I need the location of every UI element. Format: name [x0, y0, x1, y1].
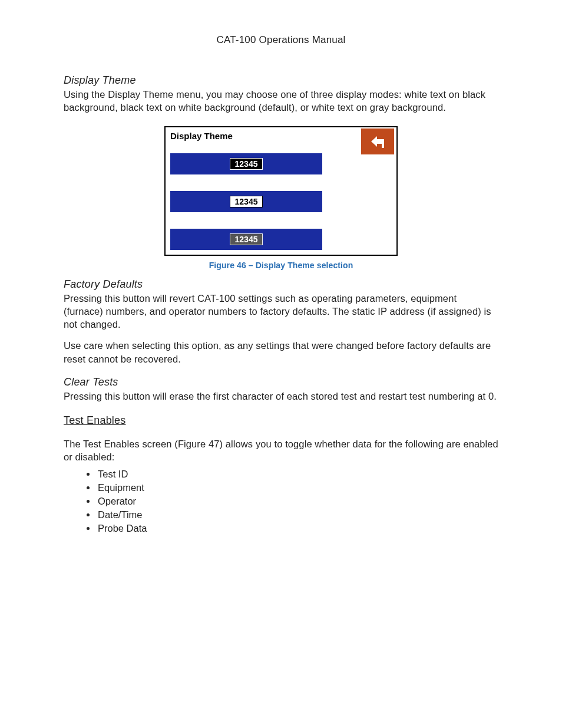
heading-test-enables: Test Enables — [64, 414, 498, 427]
device-screen-title: Display Theme — [170, 131, 233, 141]
theme-sample-dark: 12345 — [230, 158, 263, 170]
list-item: Equipment — [97, 481, 498, 495]
manual-page: CAT-100 Operations Manual Display Theme … — [0, 0, 562, 728]
theme-option-dark[interactable]: 12345 — [170, 153, 322, 174]
theme-option-light[interactable]: 12345 — [170, 191, 322, 212]
heading-factory-defaults: Factory Defaults — [64, 278, 498, 291]
back-button[interactable] — [361, 129, 394, 154]
figure-46-caption: Figure 46 – Display Theme selection — [164, 261, 398, 270]
list-item: Probe Data — [97, 522, 498, 535]
device-screen: Display Theme 12345 12345 12345 — [164, 126, 398, 256]
heading-display-theme: Display Theme — [64, 74, 498, 87]
paragraph-factory-defaults-2: Use care when selecting this option, as … — [64, 339, 498, 365]
figure-46: Display Theme 12345 12345 12345 Figur — [164, 126, 398, 270]
theme-option-gray[interactable]: 12345 — [170, 229, 322, 250]
theme-options: 12345 12345 12345 — [170, 153, 322, 250]
theme-sample-gray: 12345 — [230, 233, 263, 245]
list-item: Operator — [97, 495, 498, 508]
heading-clear-tests: Clear Tests — [64, 376, 498, 388]
list-item: Date/Time — [97, 508, 498, 522]
test-enables-list: Test ID Equipment Operator Date/Time Pro… — [97, 467, 498, 535]
svg-rect-0 — [382, 144, 384, 148]
page-header: CAT-100 Operations Manual — [64, 34, 498, 46]
back-arrow-icon — [369, 134, 386, 149]
paragraph-test-enables-intro: The Test Enables screen (Figure 47) allo… — [64, 437, 498, 464]
list-item: Test ID — [97, 467, 498, 481]
paragraph-clear-tests: Pressing this button will erase the firs… — [64, 390, 498, 403]
paragraph-factory-defaults-1: Pressing this button will revert CAT-100… — [64, 292, 498, 331]
theme-sample-light: 12345 — [230, 196, 263, 207]
paragraph-display-theme: Using the Display Theme menu, you may ch… — [64, 88, 498, 114]
